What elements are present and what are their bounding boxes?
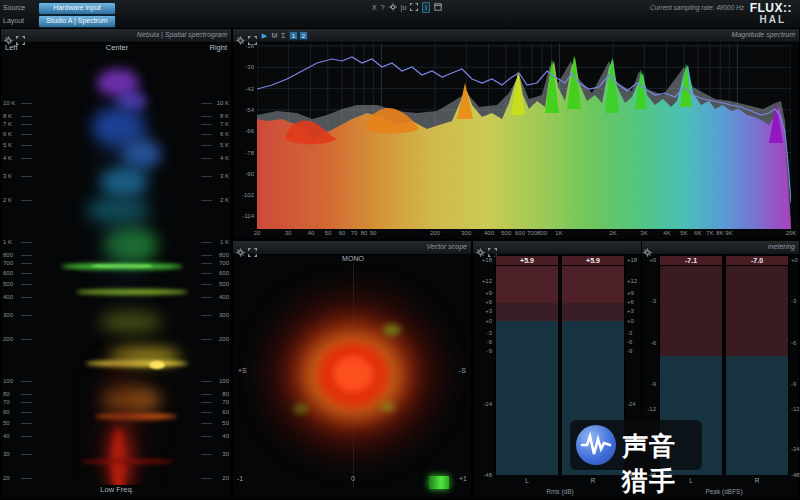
tick-mark [201, 255, 212, 256]
meter-scale-label: +12 [627, 278, 637, 284]
meter-scale-label: -24 [473, 401, 492, 407]
nebula-freq-label: 6 K [220, 131, 229, 137]
tick-mark [201, 297, 212, 298]
nebula-freq-label: 700 [3, 260, 13, 266]
meter-scale-label: +0 [627, 318, 634, 324]
nebula-freq-label: 300 [3, 312, 13, 318]
tick-mark [21, 381, 32, 382]
source-select-button[interactable]: Hardware input [38, 2, 116, 15]
meter-icon[interactable]: |o [401, 3, 407, 12]
tick-mark [201, 116, 212, 117]
spectrum-freq-label: 40 [302, 230, 320, 236]
nebula-bottom-label: Low Freq. [1, 485, 233, 494]
spectrum-plot[interactable] [257, 43, 791, 229]
fullscreen-icon[interactable] [410, 3, 418, 13]
nebula-freq-label: 50 [222, 420, 229, 426]
tick-mark [201, 176, 212, 177]
meter-scale-label: +6 [473, 299, 492, 305]
tick-mark [201, 103, 212, 104]
spectrum-db-label: -102 [233, 192, 254, 198]
tick-mark [21, 394, 32, 395]
side-minus-label: -S [459, 367, 466, 374]
vector-scope-panel: Vector scope MONO +S -S -1 0 +1 [232, 240, 472, 500]
rms-channel-right-label: R [561, 477, 625, 484]
nebula-freq-label: 700 [219, 260, 229, 266]
tick-mark [201, 339, 212, 340]
meter-scale-label: +3 [627, 308, 634, 314]
expand-icon[interactable] [488, 243, 497, 252]
nebula-freq-label: 8 K [220, 113, 229, 119]
info-icon[interactable]: i [422, 2, 430, 13]
nebula-freq-label: 3 K [3, 173, 12, 179]
nebula-spectrogram-visualization[interactable] [1, 55, 233, 485]
channel-1-button[interactable]: 1 [289, 31, 298, 40]
meter-scale-label: +9 [627, 290, 634, 296]
nebula-right-label: Right [209, 43, 227, 52]
layout-label: Layout [3, 17, 24, 24]
meter-scale-label: +0 [473, 318, 492, 324]
tick-mark [21, 124, 32, 125]
meter-scale-label: +3 [473, 308, 492, 314]
rms-left-value: +5.9 [495, 255, 559, 266]
channel-2-button[interactable]: 2 [299, 31, 308, 40]
expand-icon[interactable] [248, 243, 257, 252]
gear-icon[interactable] [236, 31, 245, 40]
play-icon[interactable]: ▶ [260, 31, 269, 40]
nebula-title: Nebula | Spatial spectrogram [137, 31, 227, 38]
close-icon[interactable]: X [372, 3, 377, 12]
watermark-logo-icon [576, 425, 616, 465]
gear-icon[interactable] [643, 243, 652, 252]
nebula-freq-label: 4 K [220, 155, 229, 161]
vector-scope-visualization[interactable] [233, 254, 473, 486]
expand-icon[interactable] [248, 31, 257, 40]
nebula-freq-label: 100 [3, 378, 13, 384]
source-label: Source [3, 4, 25, 11]
tick-mark [201, 242, 212, 243]
nebula-freq-label: 2 K [220, 197, 229, 203]
peak-channel-right-label: R [725, 477, 789, 484]
nebula-freq-label: 30 [3, 451, 10, 457]
tick-mark [201, 436, 212, 437]
meter-scale-label: +0 [791, 257, 798, 263]
peak-hold-icon[interactable]: M [270, 31, 279, 40]
meter-scale-label: +18 [473, 257, 492, 263]
meter-scale-label: -3 [791, 298, 796, 304]
settings-gear-icon[interactable] [389, 3, 397, 13]
spectrum-db-label: -78 [233, 150, 254, 156]
tick-mark [201, 134, 212, 135]
spectrum-freq-label: 20K [782, 230, 800, 236]
spectrum-freq-label: 300 [457, 230, 475, 236]
vector-scope-blob [383, 324, 401, 336]
flux-logo: FLUX:: [750, 1, 792, 15]
nebula-blob [149, 361, 165, 369]
nebula-blob [101, 355, 141, 485]
spectrum-db-label: -18 [233, 43, 254, 49]
meter-scale-label: -9 [791, 381, 796, 387]
tick-mark [21, 402, 32, 403]
tick-mark [21, 297, 32, 298]
spectrum-freq-label: 3K [635, 230, 653, 236]
help-icon[interactable]: ? [381, 3, 385, 12]
expand-icon[interactable] [16, 31, 25, 40]
nebula-freq-label: 5 K [3, 142, 12, 148]
spectrum-title: Magnitude spectrum [732, 31, 795, 38]
tick-mark [201, 200, 212, 201]
nebula-freq-label: 400 [219, 294, 229, 300]
sum-icon[interactable]: Σ [279, 31, 288, 40]
tick-mark [21, 273, 32, 274]
nebula-header: Nebula | Spatial spectrogram [1, 29, 231, 43]
layout-select-button[interactable]: Studio A | Spectrum [38, 15, 116, 28]
tick-mark [21, 103, 32, 104]
tick-mark [201, 158, 212, 159]
gear-icon[interactable] [4, 31, 13, 40]
gear-icon[interactable] [476, 243, 485, 252]
window-icon[interactable] [434, 3, 442, 13]
hal-logo: HAL [759, 14, 786, 25]
tick-mark [21, 339, 32, 340]
nebula-freq-label: 800 [3, 252, 13, 258]
gear-icon[interactable] [236, 243, 245, 252]
meter-scale-label: -9 [637, 381, 656, 387]
spectrum-freq-label: 20 [248, 230, 266, 236]
meter-scale-label: -6 [791, 340, 796, 346]
tick-mark [21, 134, 32, 135]
